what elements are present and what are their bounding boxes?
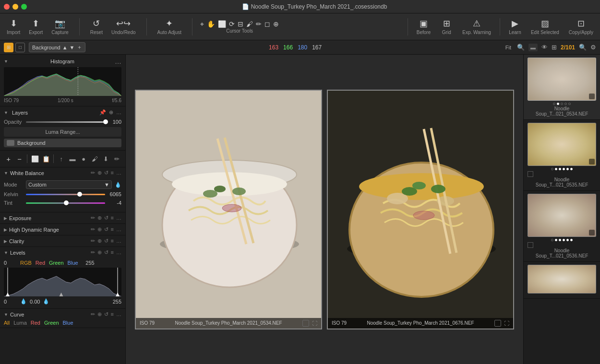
wb-eyedropper[interactable]: 💧 (115, 182, 121, 188)
layers-header[interactable]: ▼ Layers 📌 ⊕ … (4, 109, 121, 116)
cursor-tool-measure[interactable]: ⊟ (238, 20, 243, 28)
close-button[interactable] (4, 4, 10, 10)
wb-kelvin-slider[interactable] (26, 191, 105, 198)
levels-add-icon[interactable]: ⊕ (97, 249, 102, 256)
luma-range-button[interactable]: Luma Range... (4, 127, 121, 137)
curve-ch-luma[interactable]: Luma (13, 320, 27, 326)
single-view-button[interactable]: □ (15, 43, 25, 52)
cursor-tool-rotate[interactable]: ⟳ (229, 20, 235, 28)
download-tool[interactable]: ⬇ (101, 153, 110, 164)
curve-header[interactable]: ▼ Curve ✏ ⊕ ↺ ≡ … (0, 309, 125, 320)
grid-view-button[interactable]: ⊞ (4, 43, 13, 52)
wb-tint-handle[interactable] (64, 200, 69, 205)
histogram-header[interactable]: ▼ Histogram … (4, 58, 121, 65)
cursor-tool-hand[interactable]: ✋ (207, 20, 215, 28)
auto-adjust-button[interactable]: ✦ Auto Adjust (155, 16, 185, 37)
wb-list-icon[interactable]: ≡ (111, 170, 114, 176)
layers-add-icon[interactable]: ⊕ (109, 109, 113, 116)
mask-tool-button[interactable]: ⬜ (30, 153, 39, 164)
clipboard-tool-button[interactable]: 📋 (41, 153, 50, 164)
levels-list-icon[interactable]: ≡ (111, 249, 114, 256)
exp-list-icon[interactable]: ≡ (111, 215, 114, 221)
histogram-more[interactable]: … (115, 58, 121, 65)
curve-edit-icon[interactable]: ✏ (91, 311, 95, 317)
before-button[interactable]: ▣ Before (414, 16, 433, 37)
cursor-tool-brush[interactable]: 🖌 (246, 20, 253, 28)
curve-more-icon[interactable]: … (116, 311, 121, 317)
edit-tool[interactable]: ✏ (112, 153, 121, 164)
import-button[interactable]: ⬇ Import (4, 16, 23, 37)
hdr-list-icon[interactable]: ≡ (111, 226, 114, 233)
exposure-header[interactable]: ▶ Exposure ✏ ⊕ ↺ ≡ … (0, 212, 125, 223)
exp-edit-icon[interactable]: ✏ (91, 215, 95, 221)
curve-ch-all[interactable]: All (4, 320, 10, 326)
levels-history-icon[interactable]: ↺ (104, 249, 108, 256)
curve-ch-blue[interactable]: Blue (63, 320, 73, 326)
add-layer-button[interactable]: + (4, 153, 13, 164)
cursor-tool-pen[interactable]: ✏ (256, 20, 262, 28)
copy-apply-button[interactable]: ⊡ Copy/Apply (566, 16, 596, 37)
levels-eyedropper-shadow[interactable]: 💧 (20, 298, 27, 305)
cursor-tool-clone[interactable]: ⊕ (273, 20, 279, 28)
photo-left-expand[interactable]: ⛶ (312, 320, 317, 326)
capture-button[interactable]: 📷 Capture (48, 16, 72, 37)
thumb-checkbox-3[interactable] (528, 242, 533, 248)
minimize-button[interactable] (12, 4, 18, 10)
find-icon[interactable]: 🔍 (579, 44, 587, 51)
levels-ch-red[interactable]: Red (36, 260, 45, 266)
hdr-edit-icon[interactable]: ✏ (91, 226, 95, 233)
layers-more-icon[interactable]: … (116, 109, 121, 116)
eye-icon[interactable]: 👁 (541, 44, 548, 51)
wb-history-icon[interactable]: ↺ (104, 170, 108, 176)
opacity-handle[interactable] (103, 119, 108, 124)
arrow-up-tool[interactable]: ↑ (57, 153, 66, 164)
wb-mode-select[interactable]: Custom ▼ (26, 180, 112, 189)
wb-kelvin-handle[interactable] (77, 192, 82, 197)
curve-add-icon[interactable]: ⊕ (97, 311, 102, 317)
undo-redo-button[interactable]: ↩↪ Undo/Redo (108, 16, 139, 37)
grid-button[interactable]: ⊞ Grid (437, 16, 456, 37)
levels-eyedropper-highlight[interactable]: 💧 (43, 298, 49, 305)
layer-selector[interactable]: Background ▲ ▼ ＋ (29, 42, 85, 52)
window-controls[interactable] (4, 4, 27, 10)
thumbnail-2[interactable]: Noodle Soup_T...021_0535.NEF (524, 120, 600, 191)
exp-more-icon[interactable]: … (116, 215, 121, 221)
cursor-tool-eraser[interactable]: ◻ (264, 20, 270, 28)
exp-warning-button[interactable]: ⚠ Exp. Warning (459, 16, 494, 37)
exp-add-icon[interactable]: ⊕ (97, 215, 102, 221)
sliders-icon[interactable]: ⊞ (552, 44, 557, 51)
wb-add-icon[interactable]: ⊕ (97, 170, 102, 176)
hdr-history-icon[interactable]: ↺ (104, 226, 108, 233)
nav-icon[interactable]: ⚙ (590, 44, 596, 51)
maximize-button[interactable] (21, 4, 27, 10)
thumbnail-1[interactable]: Noodle Soup_T...021_0534.NEF (524, 55, 600, 120)
hdr-header[interactable]: ▶ High Dynamic Range ✏ ⊕ ↺ ≡ … (0, 224, 125, 235)
cursor-tool-select[interactable]: ⌖ (200, 20, 204, 28)
learn-button[interactable]: ▶ Learn (506, 16, 524, 37)
remove-layer-button[interactable]: − (15, 153, 24, 164)
layer-add-icon[interactable]: ＋ (77, 44, 82, 51)
circle-tool[interactable]: ● (79, 153, 88, 164)
clarity-list-icon[interactable]: ≡ (111, 238, 114, 244)
clarity-add-icon[interactable]: ⊕ (97, 238, 102, 244)
reset-button[interactable]: ↺ Reset (87, 16, 106, 37)
thumbnail-3[interactable]: Noodle Soup_T...021_0536.NEF (524, 191, 600, 262)
photo-left-checkbox[interactable] (302, 320, 309, 327)
levels-ch-rgb[interactable]: RGB (20, 260, 32, 266)
clarity-more-icon[interactable]: … (116, 238, 121, 244)
levels-edit-icon[interactable]: ✏ (91, 249, 95, 256)
wb-edit-icon[interactable]: ✏ (91, 170, 95, 176)
brush-tool[interactable]: 🖌 (90, 153, 99, 164)
wb-tint-slider[interactable] (26, 200, 105, 206)
hdr-add-icon[interactable]: ⊕ (97, 226, 102, 233)
edit-selected-button[interactable]: ▨ Edit Selected (528, 16, 562, 37)
levels-more-icon[interactable]: … (116, 249, 121, 256)
hdr-more-icon[interactable]: … (116, 226, 121, 233)
photo-right-checkbox[interactable] (494, 320, 501, 327)
levels-ch-blue[interactable]: Blue (68, 260, 78, 266)
photo-right-expand[interactable]: ⛶ (504, 320, 509, 326)
clarity-edit-icon[interactable]: ✏ (91, 238, 95, 244)
background-layer[interactable]: Background (4, 139, 121, 147)
cursor-tool-crop[interactable]: ⬜ (218, 20, 226, 28)
layers-pin-icon[interactable]: 📌 (99, 109, 106, 116)
